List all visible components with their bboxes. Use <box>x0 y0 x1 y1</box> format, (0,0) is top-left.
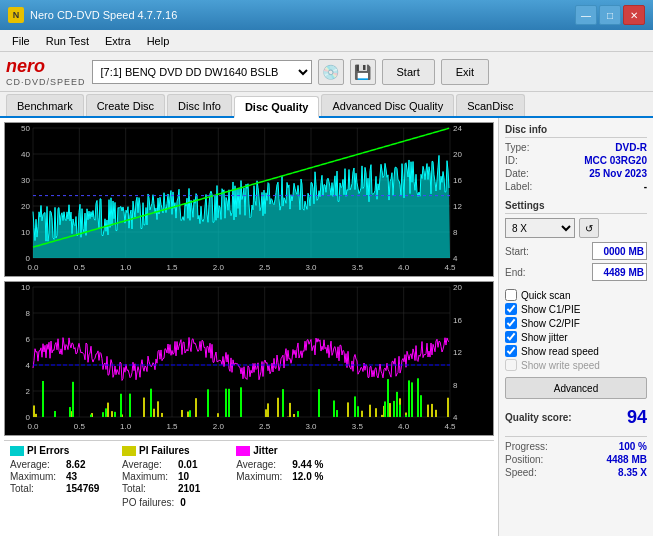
minimize-button[interactable]: — <box>575 5 597 25</box>
menu-extra[interactable]: Extra <box>97 33 139 49</box>
progress-section: Progress: 100 % Position: 4488 MB Speed:… <box>505 436 647 478</box>
tab-disc-quality[interactable]: Disc Quality <box>234 96 320 118</box>
pi-failures-total-label: Total: <box>122 483 172 494</box>
pi-failures-max-value: 10 <box>178 471 218 482</box>
tab-benchmark[interactable]: Benchmark <box>6 94 84 116</box>
tab-scan-disc[interactable]: ScanDisc <box>456 94 524 116</box>
maximize-button[interactable]: □ <box>599 5 621 25</box>
disc-info-section: Disc info Type: DVD-R ID: MCC 03RG20 Dat… <box>505 124 647 192</box>
top-chart <box>4 122 494 277</box>
app-icon: N <box>8 7 24 23</box>
pi-errors-max-label: Maximum: <box>10 471 60 482</box>
show-c1pie-checkbox[interactable] <box>505 303 517 315</box>
show-c2pif-label: Show C2/PIF <box>521 318 580 329</box>
right-panel: Disc info Type: DVD-R ID: MCC 03RG20 Dat… <box>498 118 653 536</box>
pi-errors-total-value: 154769 <box>66 483 106 494</box>
jitter-max-label: Maximum: <box>236 471 286 482</box>
bottom-chart <box>4 281 494 436</box>
title-bar-title: Nero CD-DVD Speed 4.7.7.16 <box>30 9 177 21</box>
disc-info-title: Disc info <box>505 124 647 138</box>
type-label: Type: <box>505 142 529 153</box>
logo: nero CD·DVD/SPEED <box>6 56 86 87</box>
speed-select[interactable]: 8 X Max 1 X 2 X 4 X 16 X <box>505 218 575 238</box>
drive-select[interactable]: [7:1] BENQ DVD DD DW1640 BSLB <box>92 60 312 84</box>
type-value: DVD-R <box>615 142 647 153</box>
nero-logo-top: nero <box>6 56 45 77</box>
checkboxes-section: Quick scan Show C1/PIE Show C2/PIF Show … <box>505 289 647 399</box>
quick-scan-checkbox[interactable] <box>505 289 517 301</box>
disc-icon-button[interactable]: 💿 <box>318 59 344 85</box>
nero-logo-bottom: CD·DVD/SPEED <box>6 77 86 87</box>
show-read-speed-checkbox[interactable] <box>505 345 517 357</box>
position-label: Position: <box>505 454 543 465</box>
jitter-legend-label: Jitter <box>253 445 277 456</box>
po-failures-label: PO failures: <box>122 497 174 508</box>
tab-advanced-disc-quality[interactable]: Advanced Disc Quality <box>321 94 454 116</box>
advanced-button[interactable]: Advanced <box>505 377 647 399</box>
start-label: Start: <box>505 246 529 257</box>
quality-score-label: Quality score: <box>505 412 572 423</box>
tabs-bar: Benchmark Create Disc Disc Info Disc Qua… <box>0 92 653 118</box>
end-input[interactable] <box>592 263 647 281</box>
stats-bar: PI Errors Average: 8.62 Maximum: 43 Tota… <box>4 440 494 512</box>
id-value: MCC 03RG20 <box>584 155 647 166</box>
position-value: 4488 MB <box>606 454 647 465</box>
progress-label: Progress: <box>505 441 548 452</box>
jitter-stats: Jitter Average: 9.44 % Maximum: 12.0 % <box>236 445 332 508</box>
show-jitter-label: Show jitter <box>521 332 568 343</box>
settings-section: Settings 8 X Max 1 X 2 X 4 X 16 X ↺ Star… <box>505 200 647 281</box>
pi-errors-legend-label: PI Errors <box>27 445 69 456</box>
pi-errors-max-value: 43 <box>66 471 106 482</box>
settings-title: Settings <box>505 200 647 214</box>
menu-file[interactable]: File <box>4 33 38 49</box>
date-value: 25 Nov 2023 <box>589 168 647 179</box>
show-write-speed-label: Show write speed <box>521 360 600 371</box>
pi-errors-total-label: Total: <box>10 483 60 494</box>
pi-failures-avg-label: Average: <box>122 459 172 470</box>
pi-failures-legend-box <box>122 446 136 456</box>
label-value: - <box>644 181 647 192</box>
id-label: ID: <box>505 155 518 166</box>
start-input[interactable] <box>592 242 647 260</box>
tab-disc-info[interactable]: Disc Info <box>167 94 232 116</box>
show-write-speed-checkbox[interactable] <box>505 359 517 371</box>
main-content: PI Errors Average: 8.62 Maximum: 43 Tota… <box>0 118 653 536</box>
jitter-avg-label: Average: <box>236 459 286 470</box>
label-label: Label: <box>505 181 532 192</box>
menu-bar: File Run Test Extra Help <box>0 30 653 52</box>
speed-label: Speed: <box>505 467 537 478</box>
menu-run-test[interactable]: Run Test <box>38 33 97 49</box>
pi-failures-max-label: Maximum: <box>122 471 172 482</box>
pi-failures-avg-value: 0.01 <box>178 459 218 470</box>
quick-scan-label: Quick scan <box>521 290 570 301</box>
jitter-legend-box <box>236 446 250 456</box>
chart-area: PI Errors Average: 8.62 Maximum: 43 Tota… <box>0 118 498 536</box>
tab-create-disc[interactable]: Create Disc <box>86 94 165 116</box>
start-button[interactable]: Start <box>382 59 435 85</box>
quality-score-value: 94 <box>627 407 647 428</box>
pi-errors-avg-value: 8.62 <box>66 459 106 470</box>
menu-help[interactable]: Help <box>139 33 178 49</box>
date-label: Date: <box>505 168 529 179</box>
jitter-avg-value: 9.44 % <box>292 459 332 470</box>
speed-icon-button[interactable]: ↺ <box>579 218 599 238</box>
show-jitter-checkbox[interactable] <box>505 331 517 343</box>
end-label: End: <box>505 267 526 278</box>
show-c1pie-label: Show C1/PIE <box>521 304 580 315</box>
pi-errors-legend-box <box>10 446 24 456</box>
po-failures-value: 0 <box>180 497 220 508</box>
title-bar: N Nero CD-DVD Speed 4.7.7.16 — □ ✕ <box>0 0 653 30</box>
save-icon-button[interactable]: 💾 <box>350 59 376 85</box>
speed-value: 8.35 X <box>618 467 647 478</box>
show-c2pif-checkbox[interactable] <box>505 317 517 329</box>
pi-failures-total-value: 2101 <box>178 483 218 494</box>
toolbar: nero CD·DVD/SPEED [7:1] BENQ DVD DD DW16… <box>0 52 653 92</box>
pi-failures-stats: PI Failures Average: 0.01 Maximum: 10 To… <box>122 445 220 508</box>
quality-score-section: Quality score: 94 <box>505 407 647 428</box>
close-button[interactable]: ✕ <box>623 5 645 25</box>
progress-value: 100 % <box>619 441 647 452</box>
exit-button[interactable]: Exit <box>441 59 489 85</box>
jitter-max-value: 12.0 % <box>292 471 332 482</box>
pi-errors-avg-label: Average: <box>10 459 60 470</box>
pi-failures-legend-label: PI Failures <box>139 445 190 456</box>
